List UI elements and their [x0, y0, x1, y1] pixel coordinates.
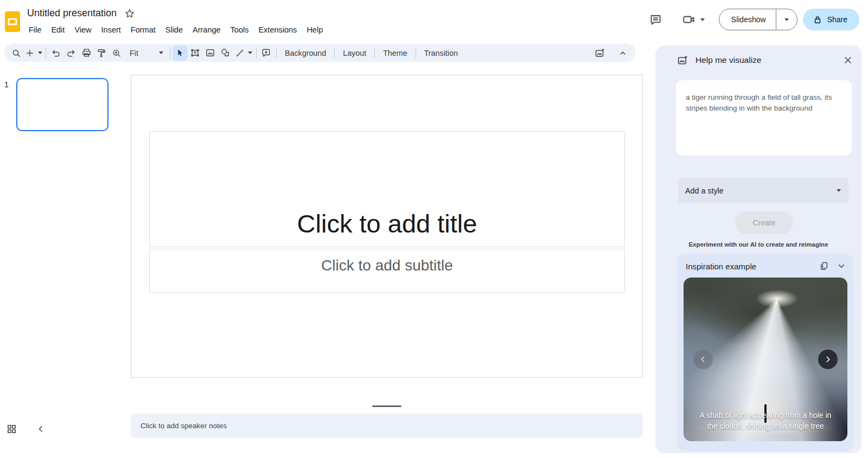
slide-number: 1	[4, 80, 9, 89]
layout-button[interactable]: Layout	[337, 47, 372, 60]
help-me-visualize-panel: Help me visualize a tiger running throug…	[655, 46, 861, 453]
menu-tools[interactable]: Tools	[226, 24, 254, 36]
subtitle-placeholder[interactable]: Click to add subtitle	[149, 249, 625, 293]
menu-format[interactable]: Format	[126, 24, 161, 36]
search-menus-icon[interactable]	[9, 46, 24, 61]
collapse-toolbar-icon[interactable]	[615, 46, 630, 61]
menu-view[interactable]: View	[69, 24, 96, 36]
notes-resize-handle[interactable]	[372, 405, 401, 407]
inspiration-card: Inspiration example	[677, 254, 854, 451]
paint-format-button[interactable]	[94, 46, 109, 61]
visualize-image-sparkle-icon	[677, 55, 688, 66]
slides-logo-icon[interactable]	[4, 11, 21, 33]
inspiration-title: Inspiration example	[686, 262, 756, 271]
panel-title: Help me visualize	[695, 55, 761, 65]
slideshow-dropdown[interactable]	[776, 9, 797, 30]
print-button[interactable]	[79, 46, 94, 61]
speaker-notes-input[interactable]: Click to add speaker notes	[131, 414, 643, 438]
redo-button[interactable]	[63, 46, 79, 61]
inspiration-image[interactable]: A shaft of light appearing from a hole i…	[684, 278, 847, 441]
slide-thumbnail-1[interactable]	[16, 78, 108, 131]
transition-button[interactable]: Transition	[418, 47, 464, 60]
text-box-tool[interactable]	[188, 46, 203, 61]
star-icon[interactable]	[124, 8, 135, 19]
style-select-caret	[837, 189, 841, 192]
add-comment-tool[interactable]	[259, 46, 274, 61]
select-tool[interactable]	[173, 46, 188, 61]
copy-prompt-icon[interactable]	[819, 261, 829, 271]
shape-tool[interactable]	[218, 46, 233, 61]
menu-extensions[interactable]: Extensions	[253, 24, 302, 36]
line-tool[interactable]	[233, 46, 254, 61]
inspiration-image-caption: A shaft of light appearing from a hole i…	[684, 410, 847, 431]
new-slide-button[interactable]	[24, 46, 43, 61]
style-select[interactable]: Add a style	[678, 178, 848, 203]
menu-insert[interactable]: Insert	[97, 24, 126, 36]
menu-edit[interactable]: Edit	[46, 24, 69, 36]
camera-dropdown-caret[interactable]	[700, 18, 705, 21]
line-tool-caret[interactable]	[248, 51, 252, 54]
prompt-input[interactable]: a tiger running through a field of tall …	[676, 80, 852, 156]
comments-icon[interactable]	[649, 14, 662, 26]
meet-camera-icon[interactable]	[682, 14, 705, 25]
grid-view-icon[interactable]	[7, 424, 17, 434]
insert-image-tool[interactable]	[203, 46, 218, 61]
create-button[interactable]: Create	[735, 211, 793, 234]
menu-help[interactable]: Help	[302, 24, 328, 36]
top-bar: Untitled presentation File Edit View Ins…	[0, 0, 868, 41]
new-slide-caret[interactable]	[38, 51, 42, 54]
close-panel-icon[interactable]	[843, 55, 853, 65]
collapse-filmstrip-icon[interactable]	[36, 424, 46, 434]
lock-icon	[813, 15, 822, 25]
google-slides-app: Untitled presentation File Edit View Ins…	[0, 0, 868, 458]
theme-button[interactable]: Theme	[377, 47, 413, 60]
collapse-inspiration-icon[interactable]	[837, 261, 846, 271]
slideshow-button[interactable]: Slideshow	[719, 9, 797, 30]
title-placeholder[interactable]: Click to add title	[149, 131, 625, 247]
zoom-icon[interactable]	[109, 46, 124, 61]
zoom-select[interactable]: Fit	[124, 49, 168, 57]
background-button[interactable]: Background	[279, 47, 332, 60]
menu-slide[interactable]: Slide	[161, 24, 188, 36]
undo-button[interactable]	[48, 46, 63, 61]
menu-arrange[interactable]: Arrange	[188, 24, 226, 36]
share-button[interactable]: Share	[803, 9, 859, 30]
previous-example-button[interactable]	[693, 350, 713, 369]
document-title[interactable]: Untitled presentation	[27, 8, 117, 19]
slide-canvas[interactable]: Click to add title Click to add subtitle	[131, 75, 643, 378]
toolbar: Fit	[4, 44, 636, 62]
menu-bar: File Edit View Insert Format Slide Arran…	[24, 23, 328, 36]
help-me-visualize-icon[interactable]	[592, 46, 608, 61]
ai-footnote: Experiment with our AI to create and rei…	[655, 241, 861, 248]
next-example-button[interactable]	[818, 350, 838, 369]
menu-file[interactable]: File	[24, 24, 46, 36]
